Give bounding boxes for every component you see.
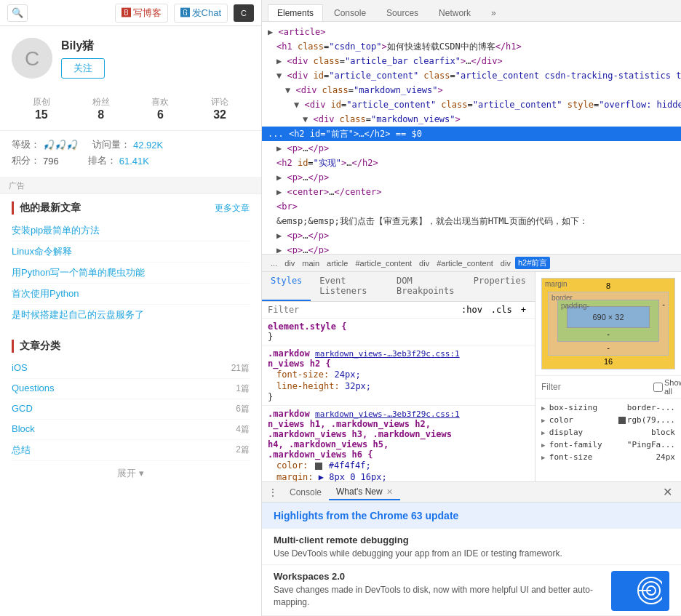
show-all-checkbox[interactable]: Show all: [653, 378, 681, 396]
tab-more[interactable]: »: [482, 4, 506, 21]
stat-likes: 喜欢 6: [151, 96, 169, 121]
expand-button[interactable]: 展开 ▾: [12, 461, 250, 486]
css-selector: .markdow: [268, 348, 315, 359]
chat-icon: 🅶: [180, 7, 190, 18]
computed-item[interactable]: ▶ color rgb(79,...: [541, 414, 675, 426]
styles-area: Styles Event Listeners DOM Breakpoints P…: [262, 272, 681, 481]
triangle-icon[interactable]: ▼: [303, 114, 308, 124]
tab-elements[interactable]: Elements: [268, 4, 323, 21]
sidebar: 🔍 🅱 写博客 🅶 发Chat C C Bily猪 关注 原创 15: [0, 0, 262, 616]
hov-filter-button[interactable]: :hov: [458, 304, 485, 316]
dom-line[interactable]: ▼ <div id="article_content" class="artic…: [262, 68, 681, 83]
breadcrumb: ... div main article #article_content di…: [262, 255, 681, 272]
breadcrumb-item[interactable]: #article_content: [434, 258, 496, 268]
styles-filter-input[interactable]: [268, 305, 455, 315]
margin-label: margin: [545, 280, 568, 288]
more-articles-link[interactable]: 更多文章: [215, 202, 250, 215]
css-source-link[interactable]: markdown_views-…3eb3f29c.css:1: [315, 409, 460, 419]
triangle-icon[interactable]: ▶: [276, 56, 282, 66]
news-item: Workspaces 2.0 Save changes made in DevT…: [262, 565, 681, 616]
computed-item[interactable]: ▶ font-size 24px: [541, 451, 675, 463]
dom-line[interactable]: ▶ <article>: [262, 25, 681, 39]
dom-line[interactable]: ▶ <div class="article_bar clearfix">…</d…: [262, 54, 681, 68]
triangle-icon[interactable]: ▶: [276, 231, 282, 241]
cls-filter-button[interactable]: .cls: [488, 304, 515, 316]
triangle-icon[interactable]: ▶: [276, 245, 282, 255]
padding-label: padding-: [561, 302, 589, 310]
computed-item[interactable]: ▶ font-family "PingFa...: [541, 439, 675, 451]
box-model: margin 8 border - padding- 690 × 32: [535, 272, 681, 375]
margin-bottom-value: 16: [548, 357, 669, 366]
dom-line[interactable]: <br>: [262, 199, 681, 214]
dom-line[interactable]: ▶ <p>…</p>: [262, 141, 681, 156]
show-all-input[interactable]: [653, 383, 663, 392]
profile-name: Bily猪: [61, 39, 105, 54]
dom-line-selected[interactable]: ... <h2 id="前言">…</h2> == $0: [262, 127, 681, 141]
triangle-icon[interactable]: ▼: [294, 100, 299, 110]
triangle-icon[interactable]: ▶: [276, 172, 282, 183]
computed-filter-input[interactable]: [541, 382, 650, 392]
tab-console-bottom[interactable]: Console: [282, 485, 329, 500]
breadcrumb-item-active[interactable]: h2#前言: [515, 257, 550, 269]
tab-properties[interactable]: Properties: [465, 272, 535, 301]
dom-line[interactable]: ▶ <p>…</p>: [262, 170, 681, 185]
breadcrumb-item[interactable]: div: [498, 258, 514, 268]
send-chat-button[interactable]: 🅶 发Chat: [174, 4, 228, 23]
tab-sources[interactable]: Sources: [377, 4, 428, 21]
breadcrumb-item[interactable]: #article_content: [352, 258, 415, 268]
list-item[interactable]: 用Python写一个简单的爬虫功能: [12, 263, 250, 284]
whats-new-body: Multi-client remote debugging Use DevToo…: [262, 529, 681, 616]
articles-title: 他的最新文章: [12, 201, 81, 215]
close-bottom-panel-button[interactable]: ✕: [660, 485, 675, 499]
triangle-icon[interactable]: ▼: [276, 71, 282, 81]
dom-line[interactable]: ▼ <div class="markdown_views">: [262, 83, 681, 97]
drawer-icon[interactable]: ⋮: [268, 487, 278, 498]
breadcrumb-item[interactable]: div: [282, 258, 298, 268]
tab-network[interactable]: Network: [429, 4, 480, 21]
add-style-button[interactable]: +: [518, 304, 529, 316]
news-text: Workspaces 2.0 Save changes made in DevT…: [274, 571, 602, 611]
extra-icon[interactable]: C: [234, 4, 254, 22]
tab-whats-new[interactable]: What's New ✕: [329, 484, 400, 500]
list-item[interactable]: 是时候搭建起自己的云盘服务了: [12, 305, 250, 325]
dom-line[interactable]: &emsp;&emsp;我们点击【审查元素】，就会出现当前HTML页面的代码，如…: [262, 214, 681, 228]
breadcrumb-item[interactable]: main: [299, 258, 322, 268]
css-selector: .markdow: [268, 409, 315, 419]
dom-line[interactable]: <h1 class="csdn_top">如何快速转载CSDN中的博客</h1>: [262, 39, 681, 54]
list-item[interactable]: 首次使用Python: [12, 284, 250, 305]
dom-line[interactable]: ▶ <p>…</p>: [262, 243, 681, 255]
list-item[interactable]: 安装pip最简单的方法: [12, 220, 250, 241]
dom-line[interactable]: <h2 id="实现">…</h2>: [262, 156, 681, 170]
dom-line[interactable]: ▶ <center>…</center>: [262, 185, 681, 199]
computed-item[interactable]: ▶ box-sizing border-...: [541, 401, 675, 414]
write-blog-button[interactable]: 🅱 写博客: [115, 4, 168, 23]
close-whats-new-button[interactable]: ✕: [386, 487, 393, 496]
list-item: GCD 6篇: [12, 399, 250, 420]
news-item: Multi-client remote debugging Use DevToo…: [262, 529, 681, 565]
styles-tab-bar: Styles Event Listeners DOM Breakpoints P…: [262, 272, 535, 302]
devtools-tab-bar: Elements Console Sources Network »: [262, 0, 681, 22]
stat-fans: 粉丝 8: [92, 96, 110, 121]
breadcrumb-item[interactable]: ...: [268, 258, 280, 268]
tab-dom-breakpoints[interactable]: DOM Breakpoints: [388, 272, 465, 301]
follow-button[interactable]: 关注: [61, 58, 105, 79]
css-source-link[interactable]: markdown_views-…3eb3f29c.css:1: [315, 349, 460, 359]
breadcrumb-item[interactable]: article: [324, 258, 351, 268]
css-block-markdown-h1-h6: .markdow markdown_views-…3eb3f29c.css:1 …: [262, 406, 535, 481]
search-icon[interactable]: 🔍: [7, 4, 28, 22]
list-item[interactable]: Linux命令解释: [12, 241, 250, 263]
triangle-icon[interactable]: ▼: [285, 85, 290, 95]
triangle-icon[interactable]: ▶: [276, 143, 282, 153]
dom-line[interactable]: ▶ <p>…</p>: [262, 228, 681, 243]
tab-console[interactable]: Console: [324, 4, 375, 21]
tab-styles[interactable]: Styles: [262, 272, 311, 301]
styles-left-panel: Styles Event Listeners DOM Breakpoints P…: [262, 272, 535, 481]
categories-section: 文章分类 iOS 21篇 Questions 1篇 GCD 6篇 Block 4…: [0, 332, 261, 493]
triangle-icon[interactable]: ▶: [268, 27, 273, 37]
dom-line[interactable]: ▼ <div class="markdown_views">: [262, 112, 681, 127]
tab-event-listeners[interactable]: Event Listeners: [311, 272, 388, 301]
breadcrumb-item[interactable]: div: [416, 258, 432, 268]
triangle-icon[interactable]: ▶: [276, 187, 282, 197]
computed-item[interactable]: ▶ display block: [541, 426, 675, 439]
dom-line[interactable]: ▼ <div id="article_content" class="artic…: [262, 97, 681, 112]
